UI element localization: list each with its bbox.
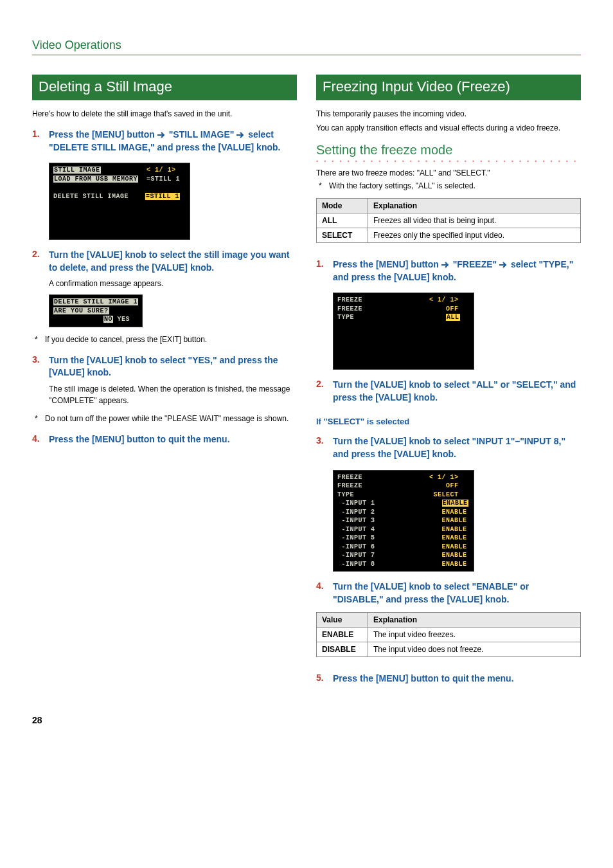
lcd-line: SELECT (434, 491, 459, 498)
lcd-line: ENABLE (442, 561, 467, 568)
right-step4: 4. Turn the [VALUE] knob to select "ENAB… (316, 581, 581, 606)
td-mode: SELECT (317, 228, 368, 243)
step-text: Turn the [VALUE] knob to select the stil… (49, 249, 297, 274)
asterisk: * (35, 334, 41, 345)
lcd-line: ALL (446, 314, 460, 321)
subheading: Setting the freeze mode (316, 143, 581, 158)
step-text: Turn the [VALUE] knob to select "INPUT 1… (333, 435, 581, 460)
right-step5: 5. Press the [MENU] button to quit the m… (316, 673, 581, 685)
td-explanation: The input video does not freeze. (368, 642, 581, 657)
lcd-line: -INPUT 1 (337, 500, 375, 507)
lcd-line: < 1/ 1> (429, 474, 459, 481)
step-text: Turn the [VALUE] knob to select "ALL" or… (333, 379, 581, 404)
asterisk: * (319, 180, 325, 192)
step-number: 3. (316, 435, 328, 460)
note-1: * If you decide to cancel, press the [EX… (35, 334, 297, 345)
lcd-line: FREEZE (337, 474, 362, 481)
lcd-line: < 1/ 1> (147, 167, 176, 174)
lcd-line: FREEZE (337, 482, 362, 489)
lcd-line: ENABLE (442, 552, 467, 559)
note-text: If you decide to cancel, press the [EXIT… (45, 334, 207, 345)
lcd-line: OFF (446, 482, 459, 489)
right-step2: 2. Turn the [VALUE] knob to select "ALL"… (316, 379, 581, 404)
lcd-line: TYPE (337, 314, 354, 321)
step-text: Press the [MENU] button to quit the menu… (49, 433, 230, 446)
step-text: Press the [MENU] button "STILL IMAGE" se… (49, 129, 297, 154)
left-step4: 4. Press the [MENU] button to quit the m… (32, 433, 297, 446)
th-explanation: Explanation (368, 613, 581, 628)
left-column: Deleting a Still Image Here's how to del… (32, 75, 297, 689)
step-number: 2. (316, 379, 328, 404)
lcd-line: -INPUT 4 (337, 526, 375, 533)
lcd-no: NO (103, 316, 113, 323)
lcd-line: -INPUT 3 (337, 517, 375, 524)
step-number: 1. (316, 258, 328, 284)
lcd-line: STILL IMAGE (53, 167, 101, 174)
right-intro2: You can apply transition effects and vis… (316, 122, 581, 134)
lcd-line: =STILL 1 (145, 193, 180, 200)
td-explanation: Freezes all video that is being input. (368, 213, 581, 228)
lcd-screenshot-r1: FREEZE < 1/ 1> FREEZE OFF TYPE ALL (333, 293, 474, 370)
th-mode: Mode (317, 199, 368, 213)
left-step1: 1. Press the [MENU] button "STILL IMAGE"… (32, 129, 297, 154)
mode-intro: There are two freeze modes: "ALL" and "S… (316, 168, 581, 177)
lcd-line: ENABLE (442, 517, 467, 524)
lcd-line: -INPUT 6 (337, 543, 375, 550)
lcd-line: < 1/ 1> (429, 296, 459, 303)
right-title: Freezing Input Video (Freeze) (316, 75, 581, 100)
left-intro: Here's how to delete the still image tha… (32, 108, 297, 120)
td-value: DISABLE (317, 642, 368, 657)
td-explanation: The input video freezes. (368, 628, 581, 642)
step-number: 3. (32, 354, 44, 379)
right-step1: 1. Press the [MENU] button "FREEZE" sele… (316, 258, 581, 284)
left-title: Deleting a Still Image (32, 75, 297, 100)
left-step2: 2. Turn the [VALUE] knob to select the s… (32, 249, 297, 274)
td-explanation: Freezes only the specified input video. (368, 228, 581, 243)
mode-table: Mode Explanation ALL Freezes all video t… (316, 198, 581, 243)
lcd-line: FREEZE (337, 296, 362, 303)
td-value: ENABLE (317, 628, 368, 642)
lcd-line: DELETE STILL IMAGE (53, 193, 129, 200)
lcd-line: ENABLE (442, 509, 467, 516)
lcd-screenshot-r2: FREEZE < 1/ 1> FREEZE OFF TYPE SELECT -I… (333, 470, 474, 572)
th-explanation: Explanation (368, 199, 581, 213)
step-text: Turn the [VALUE] knob to select "ENABLE"… (333, 581, 581, 606)
lcd-line: -INPUT 8 (337, 561, 375, 568)
lcd-line: -INPUT 5 (337, 534, 375, 541)
lcd-line: ENABLE (442, 534, 467, 541)
select-subheading: If "SELECT" is selected (316, 417, 581, 426)
lcd-screenshot-2: DELETE STILL IMAGE 1 ARE YOU SURE? NO YE… (49, 294, 143, 327)
note-2: * Do not turn off the power while the "P… (35, 413, 297, 424)
step-text: Turn the [VALUE] knob to select "YES," a… (49, 354, 297, 379)
lcd-line: ENABLE (442, 543, 467, 550)
lcd-line: DELETE STILL IMAGE 1 (53, 298, 138, 305)
step-number: 5. (316, 673, 328, 685)
step-number: 4. (316, 581, 328, 606)
lcd-line: OFF (446, 305, 459, 312)
step-number: 1. (32, 129, 44, 154)
step3-continuation: The still image is deleted. When the ope… (49, 383, 297, 406)
right-intro1: This temporarily pauses the incoming vid… (316, 108, 581, 120)
lcd-yes: YES (113, 316, 130, 323)
step-text: Press the [MENU] button to quit the menu… (333, 673, 514, 685)
arrow-icon (441, 259, 450, 272)
right-column: Freezing Input Video (Freeze) This tempo… (316, 75, 581, 689)
step1-part-b: "FREEZE" (450, 259, 499, 269)
left-step3: 3. Turn the [VALUE] knob to select "YES,… (32, 354, 297, 379)
arrow-icon (236, 129, 245, 142)
page-number: 28 (32, 715, 581, 725)
arrow-icon (157, 129, 166, 142)
td-mode: ALL (317, 213, 368, 228)
note-text: Do not turn off the power while the "PLE… (45, 413, 289, 424)
lcd-screenshot-1: STILL IMAGE < 1/ 1> LOAD FROM USB MEMORY… (49, 163, 190, 240)
lcd-line: LOAD FROM USB MEMORY (53, 176, 138, 183)
note-text: With the factory settings, "ALL" is sele… (329, 180, 475, 192)
lcd-line: -INPUT 2 (337, 509, 375, 516)
arrow-icon (499, 259, 508, 272)
asterisk: * (35, 413, 41, 424)
step-number: 2. (32, 249, 44, 274)
lcd-line: TYPE (337, 491, 354, 498)
lcd-line: =STILL 1 (147, 176, 180, 183)
step-number: 4. (32, 433, 44, 446)
lcd-line: ENABLE (442, 526, 467, 533)
